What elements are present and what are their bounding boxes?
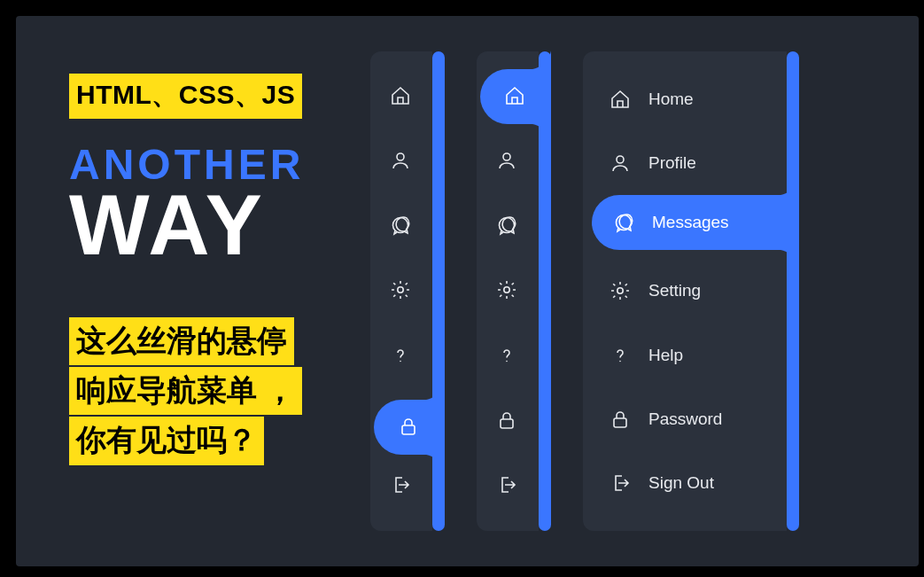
help-icon [496,345,519,368]
home-icon [504,85,527,108]
gear-icon [390,279,413,302]
nav-c-home-label: Home [648,90,694,109]
nav-preview-a [370,51,445,531]
subtitle-line-1: 这么丝滑的悬停 [69,317,294,365]
signout-icon [496,474,519,497]
nav-c-setting-label: Setting [648,281,701,300]
help-icon [390,345,413,368]
subtitle-line-2: 响应导航菜单 ， [69,367,302,415]
stage: HTML、CSS、JS ANOTHER WAY 这么丝滑的悬停 响应导航菜单 ，… [16,16,919,566]
nav-a-messages[interactable] [375,199,428,253]
nav-a-password-active[interactable] [374,400,445,455]
nav-c-setting[interactable]: Setting [583,261,787,320]
full-nav-c: Home Profile Messages Setting Help Pa [583,51,787,531]
user-icon [496,150,519,173]
nav-c-signout[interactable]: Sign Out [583,454,787,512]
help-icon [610,345,631,366]
nav-c-rail [787,51,799,531]
signout-icon [610,472,631,494]
chat-icon [390,214,413,238]
home-icon [390,85,413,108]
subtitle-block: 这么丝滑的悬停 响应导航菜单 ， 你有见过吗？ [69,317,302,465]
nav-b-home-active[interactable] [480,69,551,124]
nav-a-setting[interactable] [375,264,428,317]
gear-icon [496,279,519,302]
tech-badge: HTML、CSS、JS [69,74,302,119]
nav-c-help[interactable]: Help [583,326,787,385]
nav-preview-b [477,51,551,531]
nav-b-profile[interactable] [481,135,534,188]
nav-c-messages-active[interactable]: Messages [592,195,799,250]
user-icon [610,152,631,174]
nav-b-signout[interactable] [481,459,534,512]
nav-c-password[interactable]: Password [583,390,787,448]
nav-c-messages-label: Messages [652,213,729,232]
nav-b-password[interactable] [481,394,534,448]
nav-preview-c: Home Profile Messages Setting Help Pa [583,51,799,531]
nav-c-home[interactable]: Home [583,70,787,129]
nav-c-signout-label: Sign Out [648,473,714,493]
nav-a-help[interactable] [375,330,428,383]
nav-a-signout[interactable] [375,459,428,512]
nav-a-profile[interactable] [375,135,428,188]
lock-icon [496,409,519,433]
chat-icon [613,212,634,233]
home-icon [610,89,631,110]
nav-b-help[interactable] [481,330,534,383]
icon-nav-b [477,51,539,531]
main-title: ANOTHER WAY [69,140,304,263]
icon-nav-a [370,51,432,531]
lock-icon [610,409,631,430]
user-icon [390,150,413,173]
nav-c-help-label: Help [648,346,683,365]
nav-b-messages[interactable] [481,199,534,253]
nav-c-profile-label: Profile [648,153,696,173]
lock-icon [398,416,421,439]
nav-b-setting[interactable] [481,264,534,317]
nav-c-password-label: Password [648,409,722,429]
nav-c-profile[interactable]: Profile [583,134,787,192]
title-line-2: WAY [69,187,304,263]
nav-a-home[interactable] [375,70,428,123]
chat-icon [496,214,519,238]
subtitle-line-3: 你有见过吗？ [69,417,264,464]
signout-icon [390,474,413,497]
gear-icon [610,280,631,301]
